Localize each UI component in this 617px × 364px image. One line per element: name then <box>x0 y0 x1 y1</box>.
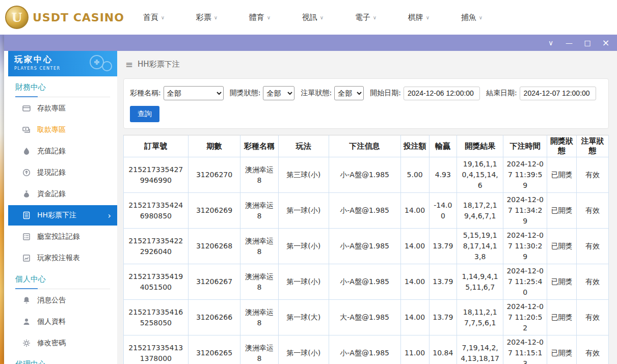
hall-records-icon <box>22 233 31 241</box>
chevron-down-icon: ∨ <box>161 15 165 20</box>
sidebar-sections: 財務中心存款專區取款專區充值記錄提現記錄資金記錄HH彩票下注›廳室投註記錄玩家投… <box>8 82 117 364</box>
sidebar-item-提現記錄[interactable]: 提現記錄 <box>8 162 117 183</box>
table-cell: 已開獎 <box>547 264 577 300</box>
report-icon <box>22 254 31 262</box>
column-header: 玩法 <box>278 135 329 157</box>
sidebar-item-個人資料[interactable]: 個人資料 <box>8 312 117 332</box>
sidebar-item-取款專區[interactable]: 取款專區 <box>8 120 117 140</box>
nav-item-label: 體育 <box>249 13 264 22</box>
column-header: 彩種名稱 <box>240 135 278 157</box>
table-row: 215217335419405150031206267澳洲幸运8第一球(小)小-… <box>124 264 609 300</box>
table-cell: 18,11,2,17,7,5,6,1 <box>457 300 503 335</box>
table-cell: 5.00 <box>400 157 429 193</box>
sidebar-item-修改密碼[interactable]: 修改密碼 <box>8 333 117 353</box>
filter-panel: 彩種名稱: 全部 開獎狀態: 全部 注單狀態: 全 <box>123 78 609 129</box>
bets-table-body: 215217335427994699031206270澳洲幸运8第三球(小)小-… <box>124 157 609 364</box>
table-cell: 31206267 <box>188 264 240 300</box>
sidebar: 玩家中心 PLAYERS CENTER 財務中心存款專區取款專區充值記錄提現記錄… <box>4 51 117 364</box>
bell-icon <box>22 296 31 304</box>
chevron-down-icon: ∨ <box>320 15 324 20</box>
table-cell: 小-A盤@1.985 <box>329 157 400 193</box>
table-cell: 有效 <box>577 157 609 193</box>
table-cell: 2152173354165258050 <box>124 300 189 335</box>
window-collapse-button[interactable]: ∨ <box>547 39 555 46</box>
gamepad-art-icon <box>88 53 114 75</box>
table-row: 215217335416525805031206266澳洲幸运8第一球(大)大-… <box>124 300 609 335</box>
table-cell: 1,14,9,4,15,11,6,7 <box>457 264 503 300</box>
end-date-label: 結束日期: <box>486 89 517 98</box>
sidebar-header: 玩家中心 PLAYERS CENTER <box>8 51 117 76</box>
funds-icon <box>22 190 31 198</box>
lottery-select-label: 彩種名稱: <box>130 89 161 98</box>
table-cell: 13.79 <box>429 264 457 300</box>
person-icon <box>22 318 31 326</box>
recharge-icon <box>22 147 31 155</box>
nav-item-label: 彩票 <box>196 13 211 22</box>
column-header: 投注額 <box>400 135 429 157</box>
table-cell: 2024-12-07 11:34:29 <box>503 193 547 229</box>
table-cell: 2024-12-07 11:39:59 <box>503 157 547 193</box>
table-cell: 澳洲幸运8 <box>240 300 278 335</box>
nav-item-棋牌[interactable]: 棋牌∨ <box>392 0 445 35</box>
nav-item-首頁[interactable]: 首頁∨ <box>127 0 180 35</box>
draw-status-select-label: 開獎狀態: <box>230 89 261 98</box>
order-status-select[interactable]: 全部 <box>334 86 364 100</box>
table-cell: 第一球(小) <box>278 335 329 364</box>
draw-status-select[interactable]: 全部 <box>263 86 294 100</box>
nav-item-彩票[interactable]: 彩票∨ <box>180 0 233 35</box>
sidebar-item-label: 提現記錄 <box>37 168 66 177</box>
column-header: 下注信息 <box>329 135 400 157</box>
sidebar-item-廳室投註記錄[interactable]: 廳室投註記錄 <box>8 227 117 247</box>
table-cell: 14.00 <box>400 229 429 264</box>
table-cell: 有效 <box>577 229 609 264</box>
end-date-input[interactable] <box>520 87 596 100</box>
table-cell: 31206266 <box>188 300 240 335</box>
column-header: 開獎結果 <box>457 135 503 157</box>
sidebar-item-資金記錄[interactable]: 資金記錄 <box>8 184 117 204</box>
hamburger-icon[interactable]: ≡ <box>125 59 133 70</box>
table-cell: 已開獎 <box>547 157 577 193</box>
lottery-select[interactable]: 全部 <box>164 86 224 100</box>
table-cell: 有效 <box>577 300 609 335</box>
nav-item-體育[interactable]: 體育∨ <box>233 0 286 35</box>
table-cell: 31206270 <box>188 157 240 193</box>
table-cell: 小-A盤@1.985 <box>329 264 400 300</box>
sidebar-item-HH彩票下注[interactable]: HH彩票下注› <box>8 205 117 226</box>
table-cell: 31206268 <box>188 229 240 264</box>
table-cell: 澳洲幸运8 <box>240 335 278 364</box>
nav-item-label: 視訊 <box>302 13 317 22</box>
table-cell: 2024-12-07 11:25:40 <box>503 264 547 300</box>
sidebar-item-label: 取款專區 <box>37 125 66 134</box>
table-cell: 已開獎 <box>547 335 577 364</box>
search-button[interactable]: 查詢 <box>130 106 159 122</box>
sidebar-item-玩家投注報表[interactable]: 玩家投注報表 <box>8 248 117 268</box>
table-cell: 大-A盤@1.985 <box>329 300 400 335</box>
sidebar-item-消息公告[interactable]: 消息公告 <box>8 290 117 311</box>
sidebar-item-存款專區[interactable]: 存款專區 <box>8 98 117 119</box>
table-row: 215217335427994699031206270澳洲幸运8第三球(小)小-… <box>124 157 609 193</box>
table-cell: 13.79 <box>429 300 457 335</box>
sidebar-item-充值記錄[interactable]: 充值記錄 <box>8 141 117 161</box>
table-row: 215217335413137800031206265澳洲幸运8第一球(小)小-… <box>124 335 609 364</box>
nav-item-label: 棋牌 <box>408 13 423 22</box>
withdraw-icon <box>22 126 31 134</box>
table-cell: 14.00 <box>400 300 429 335</box>
start-date-input[interactable] <box>404 87 480 100</box>
table-cell: 19,16,1,10,4,15,14,6 <box>457 157 503 193</box>
nav-item-視訊[interactable]: 視訊∨ <box>286 0 339 35</box>
window-close-button[interactable]: × <box>602 38 610 47</box>
main-content: ≡ HH彩票下注 彩種名稱: 全部 開獎狀態: 全部 <box>117 51 617 364</box>
window-minimize-button[interactable]: — <box>565 39 573 46</box>
nav-item-捕魚[interactable]: 捕魚∨ <box>445 0 498 35</box>
table-cell: 2024-12-07 11:20:52 <box>503 300 547 335</box>
nav-items: 首頁∨彩票∨體育∨視訊∨電子∨棋牌∨捕魚∨ <box>127 0 498 35</box>
deposit-icon <box>22 104 31 113</box>
site-logo[interactable]: U USDT CASINO <box>5 6 127 29</box>
table-cell: 2152173354246980850 <box>124 193 189 229</box>
sidebar-section-heading: 代理中心 <box>15 359 110 364</box>
chevron-down-icon: ∨ <box>479 15 482 20</box>
nav-item-電子[interactable]: 電子∨ <box>339 0 392 35</box>
table-cell: 第一球(小) <box>278 229 329 264</box>
window-maximize-button[interactable]: □ <box>583 39 592 46</box>
table-cell: 14.00 <box>400 264 429 300</box>
